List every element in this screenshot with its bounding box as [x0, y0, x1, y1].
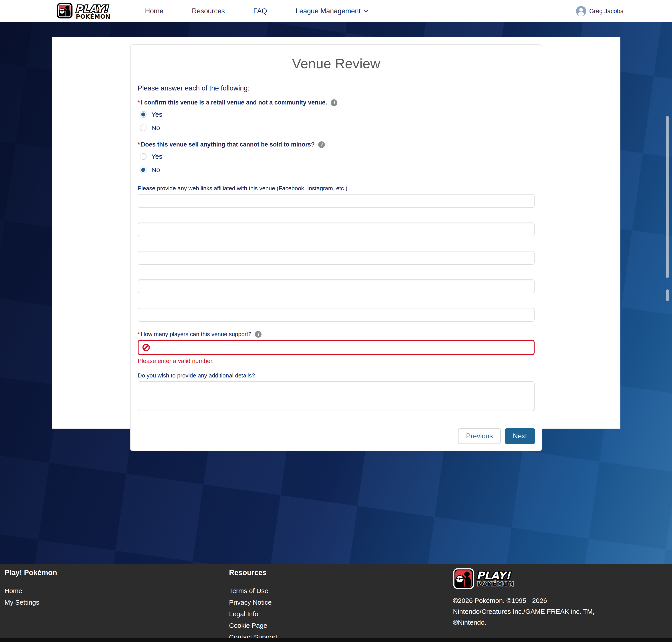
- footer-logo-play-text: PLAY!: [477, 569, 511, 581]
- footer-logo-badge: [454, 569, 473, 588]
- additional-details-label: Do you wish to provide any additional de…: [138, 372, 535, 379]
- nav-item-faq-label: FAQ: [253, 7, 267, 15]
- top-navbar: PLAY! POKÉMON ™ Home Resources FAQ Leagu…: [0, 0, 672, 22]
- user-menu[interactable]: Greg Jacobs: [576, 0, 623, 22]
- footer-logo-pokemon-text: POKÉMON: [477, 580, 514, 588]
- prohibition-icon: [142, 344, 150, 351]
- nav-item-resources-label: Resources: [192, 7, 225, 15]
- footer-link-home[interactable]: Home: [4, 587, 57, 595]
- copyright-line-1: ©2026 Pokémon. ©1995 - 2026: [453, 595, 626, 606]
- card-footer: Previous Next: [130, 422, 542, 451]
- copyright-text: ©2026 Pokémon. ©1995 - 2026 Nintendo/Cre…: [453, 595, 626, 628]
- nav-item-resources[interactable]: Resources: [178, 7, 239, 15]
- nav-item-home[interactable]: Home: [131, 7, 178, 15]
- web-link-input-2[interactable]: [138, 222, 535, 236]
- required-asterisk: *: [138, 141, 140, 148]
- footer-column-play-pokemon: Play! Pokémon Home My Settings: [4, 568, 57, 610]
- footer-heading-play-pokemon: Play! Pokémon: [4, 568, 57, 577]
- web-link-input-3[interactable]: [138, 251, 535, 265]
- required-asterisk: *: [138, 331, 140, 338]
- previous-button[interactable]: Previous: [458, 428, 501, 444]
- user-name: Greg Jacobs: [589, 8, 623, 15]
- content-panel: Venue Review Please answer each of the f…: [52, 37, 620, 428]
- required-asterisk: *: [138, 99, 140, 106]
- avatar: [576, 6, 586, 16]
- web-link-input-5[interactable]: [138, 308, 535, 322]
- radio-q1-yes-label: Yes: [151, 111, 162, 118]
- footer-column-resources: Resources Terms of Use Privacy Notice Le…: [229, 568, 277, 642]
- question-retail-venue-text: I confirm this venue is a retail venue a…: [141, 99, 327, 106]
- play-pokemon-logo[interactable]: PLAY! POKÉMON ™: [57, 2, 130, 21]
- info-icon[interactable]: i: [318, 141, 325, 148]
- page-title: Venue Review: [138, 55, 535, 72]
- logo-badge: [58, 3, 72, 18]
- question-sell-minors-text: Does this venue sell anything that canno…: [141, 141, 315, 148]
- form-intro: Please answer each of the following:: [138, 84, 535, 92]
- footer-link-cookie-page[interactable]: Cookie Page: [229, 622, 277, 629]
- logo-tm: ™: [107, 17, 110, 20]
- footer-link-privacy-notice[interactable]: Privacy Notice: [229, 599, 277, 606]
- footer-play-pokemon-logo: PLAY! POKÉMON ™: [453, 567, 522, 591]
- footer-heading-resources: Resources: [229, 568, 277, 577]
- radio-q2-no-label: No: [151, 166, 160, 174]
- players-error-message: Please enter a valid number.: [138, 358, 535, 364]
- players-question-label: * How many players can this venue suppor…: [138, 331, 535, 338]
- info-icon[interactable]: i: [255, 331, 262, 338]
- players-count-input[interactable]: [153, 341, 530, 354]
- radio-option-q2-yes[interactable]: Yes: [140, 152, 535, 162]
- additional-details-textarea[interactable]: [138, 381, 535, 411]
- nav-item-league-management[interactable]: League Management: [281, 7, 382, 15]
- copyright-line-2: Nintendo/Creatures Inc./GAME FREAK inc. …: [453, 606, 626, 617]
- radio-q1-yes[interactable]: [140, 111, 147, 118]
- logo-play-text: PLAY!: [75, 3, 108, 15]
- web-link-input-4[interactable]: [138, 280, 535, 293]
- nav-item-league-management-label: League Management: [295, 7, 361, 15]
- footer-link-legal-info[interactable]: Legal Info: [229, 610, 277, 618]
- nav-item-home-label: Home: [145, 7, 163, 15]
- nav-item-faq[interactable]: FAQ: [239, 7, 281, 15]
- play-pokemon-logo-graphic: PLAY! POKÉMON ™: [57, 2, 130, 21]
- radio-option-q2-no[interactable]: No: [140, 165, 535, 175]
- info-icon[interactable]: i: [331, 99, 337, 106]
- footer-link-terms-of-use[interactable]: Terms of Use: [229, 587, 277, 595]
- radio-q1-no-label: No: [151, 124, 160, 132]
- question-retail-venue-label: * I confirm this venue is a retail venue…: [138, 99, 535, 106]
- question-retail-venue: * I confirm this venue is a retail venue…: [138, 99, 535, 133]
- web-link-input-1[interactable]: [138, 194, 535, 208]
- footer-column-legal: PLAY! POKÉMON ™ ©2026 Pokémon. ©1995 - 2…: [453, 567, 626, 628]
- radio-q2-no[interactable]: [140, 167, 147, 173]
- next-button[interactable]: Next: [505, 428, 535, 444]
- footer-link-my-settings[interactable]: My Settings: [4, 599, 57, 606]
- radio-option-q1-no[interactable]: No: [140, 123, 535, 133]
- question-sell-minors: * Does this venue sell anything that can…: [138, 141, 535, 175]
- web-links-label: Please provide any web links affiliated …: [138, 185, 535, 192]
- site-footer: Play! Pokémon Home My Settings Resources…: [0, 564, 672, 638]
- logo-pokemon-text: POKÉMON: [76, 13, 111, 20]
- copyright-line-3: ®Nintendo.: [453, 617, 626, 628]
- bottom-strip: [0, 638, 672, 642]
- chevron-down-icon: [363, 10, 368, 13]
- question-sell-minors-label: * Does this venue sell anything that can…: [138, 141, 535, 148]
- players-input-wrapper: [138, 340, 535, 355]
- radio-q2-yes[interactable]: [140, 153, 147, 160]
- radio-q2-yes-label: Yes: [151, 153, 162, 160]
- scrollbar-thumb-lower[interactable]: [666, 290, 669, 301]
- players-question-text: How many players can this venue support?: [141, 331, 251, 338]
- footer-logo-tm: ™: [511, 586, 514, 589]
- scrollbar-thumb[interactable]: [666, 116, 669, 278]
- radio-option-q1-yes[interactable]: Yes: [140, 110, 535, 119]
- venue-review-card: Venue Review Please answer each of the f…: [130, 44, 542, 451]
- main-nav: Home Resources FAQ League Management: [131, 0, 382, 22]
- radio-q1-no[interactable]: [140, 125, 147, 131]
